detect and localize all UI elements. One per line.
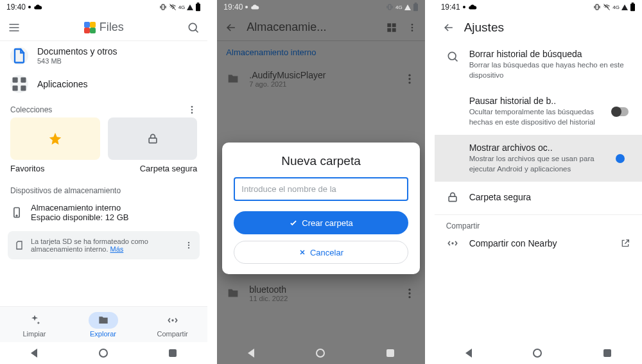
svg-rect-44 <box>449 196 456 202</box>
create-folder-button[interactable]: Crear carpeta <box>234 211 408 234</box>
home-icon[interactable] <box>316 349 325 358</box>
toggle-switch[interactable] <box>616 154 625 163</box>
screen-new-folder-dialog: 19:40 4G Almacenamie... Almacenamiento i… <box>217 0 424 364</box>
svg-rect-21 <box>387 23 391 27</box>
status-time: 19:40 <box>6 3 26 12</box>
status-bar: 19:40 4G <box>217 0 424 14</box>
svg-rect-5 <box>21 78 26 83</box>
vibrate-icon <box>386 3 394 11</box>
more-icon[interactable] <box>403 287 416 300</box>
hamburger-icon[interactable] <box>8 21 21 34</box>
category-apps[interactable]: Aplicaciones <box>0 70 207 98</box>
status-bar: 19:41 4G <box>435 0 642 14</box>
internal-storage-row[interactable]: Almacenamiento interno Espacio disponibl… <box>0 198 207 227</box>
svg-point-27 <box>411 30 413 31</box>
nearby-share-row[interactable]: Compartir con Nearby <box>435 230 642 256</box>
setting-pause-history[interactable]: Pausar historial de b.. Ocultar temporal… <box>435 88 642 135</box>
cloud-icon <box>468 3 477 12</box>
apps-icon <box>10 75 28 93</box>
document-icon <box>10 47 28 65</box>
back-icon[interactable] <box>248 349 254 358</box>
grid-view-icon[interactable] <box>385 21 398 34</box>
home-icon[interactable] <box>533 349 542 358</box>
more-icon[interactable] <box>184 241 193 250</box>
toggle-switch[interactable] <box>612 107 629 116</box>
home-icon[interactable] <box>99 349 108 358</box>
appbar-title: Almacenamie... <box>247 21 376 34</box>
svg-rect-18 <box>388 4 391 10</box>
category-documents[interactable]: Documentos y otros 543 MB <box>0 41 207 70</box>
folder-icon <box>226 286 240 300</box>
appbar: Almacenamie... <box>217 14 424 41</box>
sd-info-link[interactable]: Más <box>110 245 124 253</box>
setting-title: Mostrar archivos oc.. <box>469 143 600 153</box>
system-nav <box>217 342 424 364</box>
svg-rect-24 <box>392 28 395 31</box>
nav-clean[interactable]: Limpiar <box>20 312 49 338</box>
nav-label: Compartir <box>157 330 188 338</box>
svg-rect-11 <box>149 138 157 143</box>
nav-share[interactable]: Compartir <box>157 312 188 338</box>
more-icon[interactable] <box>187 105 197 115</box>
more-icon[interactable] <box>407 21 417 34</box>
cancel-button[interactable]: Cancelar <box>234 241 408 264</box>
setting-title: Borrar historial de búsqueda <box>469 49 630 59</box>
svg-rect-22 <box>392 23 395 27</box>
nav-label: Limpiar <box>22 330 46 338</box>
back-icon[interactable] <box>31 349 37 358</box>
back-arrow-icon[interactable] <box>442 21 455 34</box>
wifi-off-icon <box>169 3 177 11</box>
back-arrow-icon[interactable] <box>225 21 238 34</box>
folder-name: .AudifyMusicPlayer <box>249 70 394 80</box>
setting-safe-folder[interactable]: Carpeta segura <box>435 182 642 213</box>
sparkle-icon <box>28 314 41 327</box>
setting-clear-history[interactable]: Borrar historial de búsqueda Borrar las … <box>435 41 642 88</box>
safe-folder-card[interactable] <box>108 117 198 160</box>
open-external-icon <box>620 238 630 248</box>
svg-point-39 <box>408 296 410 298</box>
bottom-nav: Limpiar Explorar Compartir <box>0 306 207 342</box>
sd-info-text: La tarjeta SD se ha formateado como alma… <box>31 238 148 253</box>
svg-rect-1 <box>196 4 200 11</box>
nav-browse[interactable]: Explorar <box>89 312 118 338</box>
folder-name-input[interactable]: Introduce el nombre de la <box>234 177 408 201</box>
setting-desc: Mostrar los archivos que se usan para ej… <box>469 154 600 174</box>
appbar: Ajustes <box>435 14 642 41</box>
folder-date: 11 dic. 2022 <box>249 295 394 302</box>
storage-title: Almacenamiento interno <box>31 203 197 212</box>
dialog-title: Nueva carpeta <box>234 154 408 168</box>
status-time: 19:40 <box>223 3 243 12</box>
nearby-icon <box>446 237 459 250</box>
more-icon[interactable] <box>403 73 416 85</box>
breadcrumb[interactable]: Almacenamiento interno <box>217 41 424 64</box>
screen-settings: 19:41 4G Ajustes Borrar historial de bús… <box>435 0 642 364</box>
svg-rect-19 <box>413 4 418 11</box>
network-type: 4G <box>612 4 620 10</box>
recents-icon[interactable] <box>603 349 611 357</box>
collections-header: Colecciones <box>0 98 207 117</box>
folder-name: bluetooth <box>249 284 394 295</box>
sd-info-card: La tarjeta SD se ha formateado como alma… <box>8 231 200 259</box>
svg-rect-7 <box>21 85 26 91</box>
svg-point-26 <box>411 26 413 28</box>
search-icon[interactable] <box>187 21 200 34</box>
divider <box>435 214 642 215</box>
lock-icon <box>146 132 159 145</box>
favorites-card[interactable] <box>10 117 100 160</box>
screen-files-home: 19:40 4G Files Documentos y otr <box>0 0 207 364</box>
folder-list-dimmed: Almacenamiento interno .AudifyMusicPlaye… <box>217 41 424 342</box>
close-icon <box>299 248 306 256</box>
recents-icon[interactable] <box>169 349 177 357</box>
recents-icon[interactable] <box>386 349 394 357</box>
folder-row[interactable]: .AudifyMusicPlayer7 ago. 2021 <box>217 64 424 94</box>
svg-point-14 <box>188 242 189 243</box>
setting-show-hidden[interactable]: Mostrar archivos oc.. Mostrar los archiv… <box>435 135 642 182</box>
check-icon <box>289 218 298 227</box>
svg-point-43 <box>448 52 456 60</box>
folder-row[interactable]: bluetooth11 dic. 2022 <box>217 278 424 309</box>
cloud-icon <box>33 3 42 12</box>
battery-icon <box>195 3 201 12</box>
svg-rect-40 <box>596 4 598 10</box>
svg-rect-4 <box>13 78 18 83</box>
back-icon[interactable] <box>465 349 472 358</box>
